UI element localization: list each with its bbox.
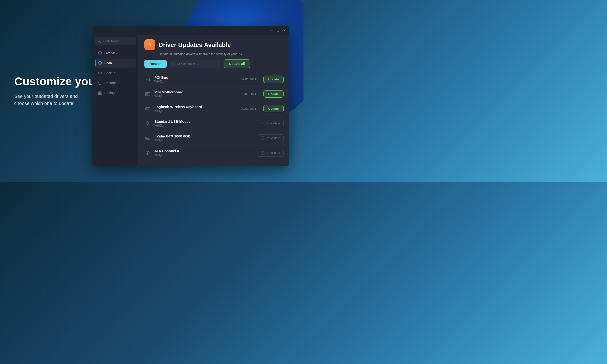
uptodate-label: Up-to-date [265, 151, 280, 155]
sidebar-item-restore[interactable]: Restore [95, 78, 136, 88]
svg-rect-7 [98, 93, 102, 93]
maximize-button[interactable]: ☐ [276, 28, 280, 32]
update-all-button[interactable]: Update all [224, 60, 251, 68]
driver-name: ATA Channel 0 [154, 149, 247, 153]
svg-rect-12 [146, 79, 147, 79]
search-list-icon [172, 62, 175, 65]
driver-icon-ata [145, 150, 151, 156]
sidebar-item-settings[interactable]: Settings [95, 88, 136, 97]
svg-rect-28 [146, 138, 147, 139]
banner-subtitle: Update all outdated drivers & improve th… [159, 52, 284, 56]
driver-name: nVidia GTX 1060 6GB [154, 134, 247, 138]
driver-date: 09/01/2021 [241, 78, 256, 81]
svg-rect-4 [98, 72, 102, 74]
update-count-badge: 3 [145, 39, 155, 50]
driver-tag: WHQL [154, 139, 247, 142]
svg-line-10 [173, 64, 175, 65]
scan-icon [98, 61, 102, 65]
driver-row: ATA Channel 0 WHQL ✓ Up-to-date [139, 145, 289, 160]
uptodate-button-mouse[interactable]: ✓ Up-to-date [257, 120, 284, 127]
uptodate-label: Up-to-date [265, 136, 280, 140]
scan-label: Scan [104, 61, 112, 65]
search-list-box[interactable] [169, 60, 221, 67]
driver-tag: WHQL [154, 80, 238, 83]
driver-row: Logitech Wireless Keyboard WHQL 09/01/20… [139, 102, 289, 116]
driver-info-gpu: nVidia GTX 1060 6GB WHQL [154, 134, 247, 142]
backup-icon [98, 71, 102, 75]
driver-search-box[interactable] [95, 38, 136, 45]
svg-rect-8 [98, 94, 102, 94]
svg-rect-22 [149, 108, 149, 109]
uptodate-button-ata[interactable]: ✓ Up-to-date [257, 149, 284, 157]
sidebar-item-scan[interactable]: Scan [95, 59, 136, 67]
overview-icon [98, 51, 102, 55]
hero-subtitle: See your outdated drivers and choose whi… [14, 93, 85, 107]
svg-rect-19 [146, 108, 146, 109]
driver-row: MSI Motherboard WHQL 09/01/2021 Update [139, 87, 289, 102]
svg-point-31 [147, 152, 148, 153]
checkmark-icon: ✓ [261, 136, 264, 140]
driver-icon-keyboard [145, 105, 151, 112]
driver-row: nVidia GTX 1060 6GB WHQL ✓ Up-to-date [139, 131, 289, 145]
driver-list: PCI Bus WHQL 09/01/2021 Update [139, 72, 289, 166]
driver-info-mouse: Standard USB Mouse WHQL [154, 119, 247, 127]
svg-line-1 [100, 41, 101, 43]
driver-tag: WHQL [154, 124, 247, 127]
driver-icon-msi [145, 91, 151, 97]
driver-date: 09/01/2021 [241, 92, 256, 96]
svg-rect-5 [99, 73, 101, 73]
uptodate-label: Up-to-date [265, 122, 280, 125]
svg-rect-18 [145, 108, 150, 110]
minimize-button[interactable]: — [269, 28, 273, 32]
driver-icon-pci [145, 76, 151, 83]
app-content: Overview Scan Backup [92, 35, 289, 166]
restore-label: Restore [104, 81, 116, 85]
driver-name: Standard USB Mouse [154, 119, 247, 123]
main-content: 3 Driver Updates Available Update all ou… [139, 35, 289, 166]
update-button-pci[interactable]: Update [264, 76, 284, 83]
rescan-button[interactable]: Rescan [145, 60, 167, 68]
driver-row: PCI Bus WHQL 09/01/2021 Update [139, 72, 289, 87]
overview-label: Overview [104, 51, 118, 55]
sidebar: Overview Scan Backup [92, 35, 139, 166]
close-button[interactable]: ✕ [283, 28, 286, 32]
driver-tag: WHQL [154, 94, 238, 98]
restore-icon [98, 81, 102, 85]
sidebar-item-overview[interactable]: Overview [95, 49, 136, 58]
checkmark-icon: ✓ [261, 151, 264, 155]
update-button-keyboard[interactable]: Update [264, 105, 284, 112]
app-window: — ☐ ✕ [92, 26, 289, 166]
driver-tag: WHQL [154, 153, 247, 157]
driver-date: 09/01/2021 [241, 107, 256, 110]
sidebar-item-backup[interactable]: Backup [95, 68, 136, 78]
driver-icon-mouse [145, 120, 151, 127]
uptodate-button-gpu[interactable]: ✓ Up-to-date [257, 134, 284, 142]
svg-rect-20 [147, 108, 147, 109]
checkmark-icon: ✓ [261, 122, 264, 125]
driver-row: Standard USB Mouse WHQL ✓ Up-to-date [139, 116, 289, 131]
banner-actions: Rescan Update all [145, 60, 284, 68]
driver-info-pci: PCI Bus WHQL [154, 75, 238, 83]
search-input[interactable] [103, 39, 133, 43]
svg-rect-15 [146, 93, 147, 94]
driver-info-keyboard: Logitech Wireless Keyboard WHQL [154, 105, 238, 113]
search-icon [98, 39, 101, 43]
update-button-msi[interactable]: Update [264, 90, 284, 98]
search-list-input[interactable] [177, 62, 218, 66]
driver-info-ata: ATA Channel 0 WHQL [154, 149, 247, 157]
settings-icon [98, 91, 102, 95]
svg-point-2 [98, 52, 102, 55]
svg-rect-23 [146, 109, 149, 110]
driver-tag: WHQL [154, 109, 238, 113]
driver-name: PCI Bus [154, 75, 238, 79]
svg-point-26 [147, 125, 148, 125]
settings-label: Settings [104, 91, 117, 95]
driver-name: MSI Motherboard [154, 90, 238, 94]
title-bar: — ☐ ✕ [92, 26, 289, 35]
update-banner: 3 Driver Updates Available Update all ou… [139, 35, 289, 72]
svg-point-29 [148, 138, 149, 139]
svg-rect-6 [98, 92, 102, 92]
backup-label: Backup [104, 71, 116, 75]
svg-rect-21 [148, 108, 148, 109]
driver-info-msi: MSI Motherboard WHQL [154, 90, 238, 98]
